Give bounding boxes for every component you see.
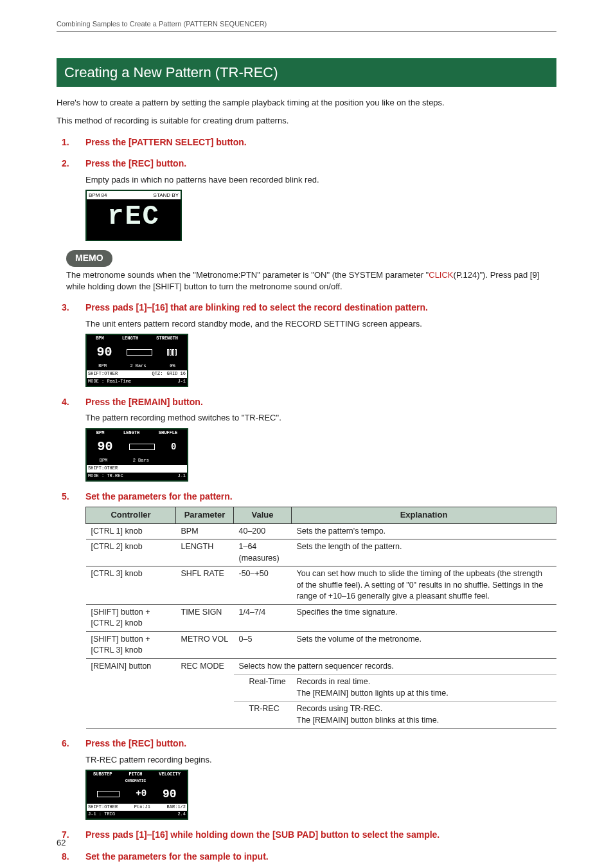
table-header-row: Controller Parameter Value Explanation bbox=[86, 507, 556, 523]
section-title: Creating a New Pattern (TR-REC) bbox=[57, 58, 556, 87]
table-row: [SHIFT] button + [CTRL 2] knob TIME SIGN… bbox=[86, 604, 556, 631]
intro-paragraph-1: Here's how to create a pattern by settin… bbox=[57, 97, 556, 109]
lcd-status: STAND BY bbox=[154, 192, 179, 199]
step-number: 1. bbox=[57, 136, 85, 149]
parameter-table: Controller Parameter Value Explanation [… bbox=[85, 507, 556, 728]
step-4: 4. Press the [REMAIN] button. bbox=[57, 396, 556, 409]
step-3: 3. Press pads [1]–[16] that are blinking… bbox=[57, 302, 556, 314]
lcd-screen-trrec-recording: SUBSTEPPITCHCHROMATICVELOCITY +0 90 SHIF… bbox=[85, 770, 188, 820]
step-5: 5. Set the parameters for the pattern. bbox=[57, 491, 556, 503]
step-instruction: Press pads [1]–[16] while holding down t… bbox=[85, 829, 440, 842]
step-1: 1. Press the [PATTERN SELECT] button. bbox=[57, 136, 556, 149]
step-3-note: The unit enters pattern record standby m… bbox=[85, 318, 556, 330]
step-instruction: Press pads [1]–[16] that are blinking re… bbox=[85, 302, 428, 314]
step-7: 7. Press pads [1]–[16] while holding dow… bbox=[57, 829, 556, 842]
lcd-screen-record-setting: BPMLENGTHSTRENGTH 90 BPM2 Bars0% SHIFT:O… bbox=[85, 334, 188, 387]
table-row: [SHIFT] button + [CTRL 3] knob METRO VOL… bbox=[86, 631, 556, 658]
memo-badge: MEMO bbox=[66, 250, 112, 267]
th-parameter: Parameter bbox=[176, 507, 234, 523]
lcd-main-text: rEC bbox=[87, 199, 181, 234]
step-number: 6. bbox=[57, 737, 85, 750]
step-4-body: The pattern recording method switches to… bbox=[85, 412, 556, 481]
table-row: [CTRL 3] knob SHFL RATE -50–+50 You can … bbox=[86, 566, 556, 605]
running-head: Combining Samples to Create a Pattern (P… bbox=[57, 19, 556, 32]
step-6-note: TR-REC pattern recording begins. bbox=[85, 754, 556, 766]
th-controller: Controller bbox=[86, 507, 176, 523]
step-number: 2. bbox=[57, 158, 85, 170]
step-2-body: Empty pads in which no patterns have bee… bbox=[85, 174, 556, 241]
step-number: 8. bbox=[57, 851, 85, 863]
table-row: [REMAIN] button REC MODE Selects how the… bbox=[86, 658, 556, 674]
step-number: 3. bbox=[57, 302, 85, 314]
th-explanation: Explanation bbox=[292, 507, 556, 523]
intro-paragraph-2: This method of recording is suitable for… bbox=[57, 115, 556, 127]
step-instruction: Press the [REC] button. bbox=[85, 737, 186, 750]
table-row: [CTRL 1] knob BPM 40–200 Sets the patter… bbox=[86, 523, 556, 539]
step-instruction: Set the parameters for the sample to inp… bbox=[85, 851, 269, 863]
step-6: 6. Press the [REC] button. bbox=[57, 737, 556, 750]
step-number: 5. bbox=[57, 491, 85, 503]
step-2-note: Empty pads in which no patterns have bee… bbox=[85, 174, 556, 186]
step-5-body: Controller Parameter Value Explanation [… bbox=[85, 507, 556, 728]
memo-link[interactable]: CLICK bbox=[429, 270, 453, 280]
step-8: 8. Set the parameters for the sample to … bbox=[57, 851, 556, 863]
step-instruction: Press the [REC] button. bbox=[85, 158, 186, 170]
step-2: 2. Press the [REC] button. bbox=[57, 158, 556, 170]
step-6-body: TR-REC pattern recording begins. SUBSTEP… bbox=[85, 754, 556, 820]
page-number: 62 bbox=[57, 837, 66, 849]
lcd-screen-trrec: BPMLENGTHSHUFFLE 90 0 BPM2 Bars SHIFT:OT… bbox=[85, 428, 188, 482]
step-instruction: Set the parameters for the pattern. bbox=[85, 491, 233, 503]
lcd-screen-rec: BPM 84 STAND BY rEC bbox=[85, 190, 182, 241]
step-instruction: Press the [PATTERN SELECT] button. bbox=[85, 136, 247, 149]
table-row: [CTRL 2] knob LENGTH 1–64 (measures) Set… bbox=[86, 539, 556, 566]
memo-text: The metronome sounds when the "Metronome… bbox=[66, 269, 556, 293]
step-3-body: The unit enters pattern record standby m… bbox=[85, 318, 556, 387]
memo-text-part1: The metronome sounds when the "Metronome… bbox=[66, 270, 429, 280]
step-4-note: The pattern recording method switches to… bbox=[85, 412, 556, 424]
step-instruction: Press the [REMAIN] button. bbox=[85, 396, 203, 409]
lcd-bpm: BPM 84 bbox=[89, 192, 107, 199]
th-value: Value bbox=[234, 507, 292, 523]
step-number: 4. bbox=[57, 396, 85, 409]
